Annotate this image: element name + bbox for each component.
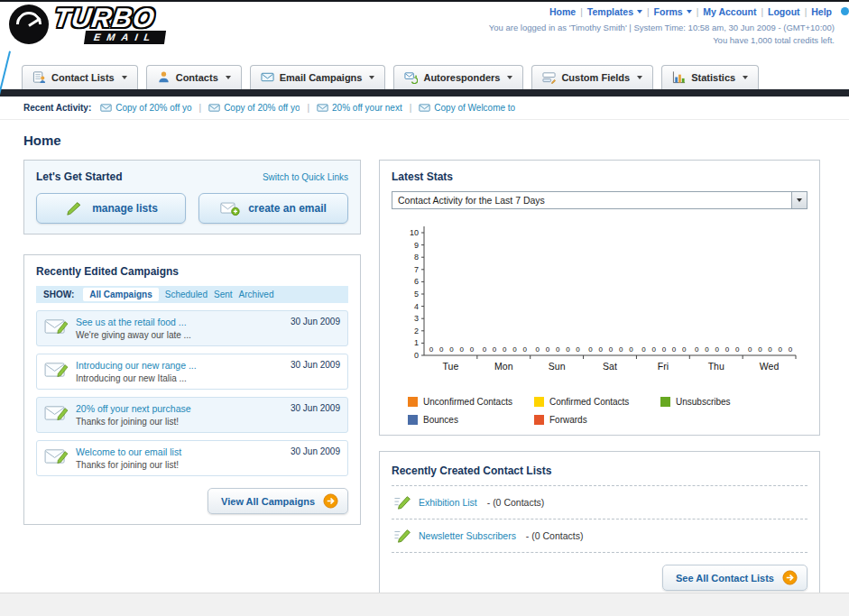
svg-text:1: 1 [414,338,419,347]
tab-custom-fields[interactable]: Custom Fields [531,65,653,89]
arrow-circle-icon [782,570,798,585]
svg-text:0: 0 [789,345,793,354]
svg-text:0: 0 [576,345,580,354]
header: TURBO EMAIL Home|Templates|Forms|My Acco… [0,2,849,60]
envelope-icon [419,102,430,114]
legend-label: Unconfirmed Contacts [423,397,512,407]
campaign-title-link[interactable]: Introducing our new range ... [76,360,283,371]
tab-label: Custom Fields [561,72,630,83]
campaign-filter-bar: SHOW: All CampaignsScheduledSentArchived [36,286,348,303]
svg-text:Mon: Mon [494,361,513,372]
svg-text:0: 0 [779,345,783,354]
tab-statistics[interactable]: Statistics [661,65,759,89]
contact-list-row[interactable]: Newsletter Subscribers - (0 Contacts) [392,519,807,553]
tab-contacts[interactable]: Contacts [146,65,242,89]
svg-text:0: 0 [459,345,464,354]
login-info: You are logged in as 'Timothy Smith' | S… [489,23,835,32]
manage-lists-button[interactable]: manage lists [36,193,186,224]
campaign-subtitle: We're giving away our late ... [76,330,283,340]
switch-to-quick-links-link[interactable]: Switch to Quick Links [263,172,348,182]
see-all-contact-lists-button[interactable]: See All Contact Lists [662,565,807,591]
custom-fields-icon [542,70,556,84]
filter-archived[interactable]: Archived [239,290,274,299]
svg-text:0: 0 [566,345,570,354]
svg-text:0: 0 [503,345,507,354]
stats-legend: Unconfirmed ContactsConfirmed ContactsUn… [392,397,807,425]
campaign-row[interactable]: See us at the retail food ...We're givin… [36,310,348,346]
speedometer-icon [9,5,49,44]
chevron-down-icon [226,76,231,79]
contact-list-detail: - (0 Contacts) [484,497,545,508]
recent-activity-item-label: 20% off your next [332,103,402,113]
page-title: Home [23,133,826,148]
svg-text:0: 0 [512,345,517,354]
top-nav-templates[interactable]: Templates [587,6,642,17]
campaign-date: 30 Jun 2009 [291,360,340,370]
campaign-title-link[interactable]: See us at the retail food ... [76,317,283,327]
envelope-pencil-icon [44,446,69,465]
list-pencil-icon [393,494,411,510]
campaign-row[interactable]: 20% off your next purchaseThanks for joi… [36,397,348,433]
header-info: Home|Templates|Forms|My Account|Logout|H… [489,6,835,45]
svg-text:0: 0 [546,345,550,354]
contact-list-link[interactable]: Exhibition List [419,497,477,508]
contact-list-row[interactable]: Exhibition List - (0 Contacts) [392,486,807,519]
svg-text:0: 0 [735,345,740,354]
separator: | [410,103,412,113]
email-campaigns-icon [261,70,274,84]
filter-sent[interactable]: Sent [214,290,233,299]
recent-activity-item[interactable]: Copy of 20% off yo [208,102,300,114]
legend-item-unconfirmed-contacts: Unconfirmed Contacts [408,397,534,407]
contact-list-link[interactable]: Newsletter Subscribers [419,530,516,541]
svg-text:0: 0 [588,345,593,354]
tab-autoresponders[interactable]: Autoresponders [393,65,523,89]
svg-text:0: 0 [768,345,772,354]
svg-text:0: 0 [493,345,497,354]
top-nav-label: Help [811,6,832,17]
envelope-pencil-icon [44,317,69,336]
get-started-title: Let's Get Started [36,170,123,183]
top-nav-my-account[interactable]: My Account [703,6,756,17]
tab-email-campaigns[interactable]: Email Campaigns [250,65,386,89]
recent-activity-item-label: Copy of Welcome to [434,103,515,113]
recent-activity-item[interactable]: Copy of Welcome to [419,102,515,114]
tab-label: Contacts [176,72,218,83]
svg-text:0: 0 [705,345,709,354]
campaign-row[interactable]: Welcome to our email listThanks for join… [36,440,348,476]
top-nav-logout[interactable]: Logout [768,6,800,17]
campaign-subtitle: Thanks for joining our list! [76,417,283,427]
svg-text:0: 0 [672,345,677,354]
svg-text:0: 0 [748,345,752,354]
campaign-row[interactable]: Introducing our new range ...Introducing… [36,354,348,390]
top-nav-forms[interactable]: Forms [654,6,692,17]
campaign-title-link[interactable]: 20% off your next purchase [76,403,283,414]
create-email-button[interactable]: create an email [198,193,348,224]
get-started-panel: Let's Get Started Switch to Quick Links … [23,160,361,234]
svg-text:0: 0 [429,345,434,354]
svg-text:0: 0 [414,351,419,360]
filter-all-campaigns[interactable]: All Campaigns [83,288,158,301]
top-nav-home[interactable]: Home [549,6,576,17]
campaign-title-link[interactable]: Welcome to our email list [76,446,283,457]
legend-swatch [534,415,544,425]
recent-activity-item[interactable]: Copy of 20% off yo [100,102,191,114]
contact-lists-icon [32,70,46,84]
svg-text:Sun: Sun [549,361,566,372]
stats-activity-select[interactable]: Contact Activity for the Last 7 Days [392,191,807,209]
filter-scheduled[interactable]: Scheduled [165,290,208,299]
legend-swatch [408,397,418,407]
envelope-pencil-icon [44,403,69,422]
separator: | [697,7,699,17]
top-nav-help[interactable]: Help [811,6,832,17]
tab-contact-lists[interactable]: Contact Lists [22,65,138,89]
svg-text:0: 0 [629,345,633,354]
nav-divider-bar [0,89,849,97]
view-all-campaigns-button[interactable]: View All Campaigns [208,488,348,514]
campaign-list: See us at the retail food ...We're givin… [36,310,348,476]
tab-label: Statistics [691,72,735,83]
tab-label: Email Campaigns [280,72,363,83]
separator: | [199,103,202,113]
svg-text:0: 0 [439,345,444,354]
latest-stats-title: Latest Stats [392,170,807,183]
recent-activity-item[interactable]: 20% off your next [317,102,402,114]
